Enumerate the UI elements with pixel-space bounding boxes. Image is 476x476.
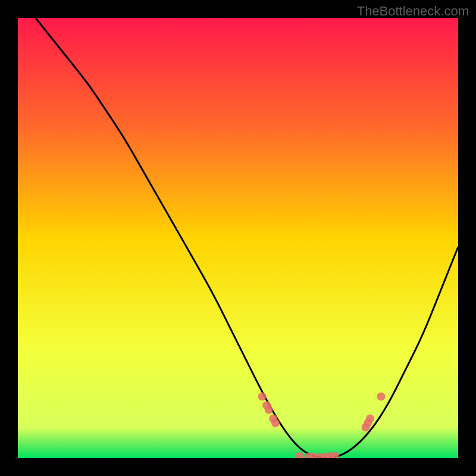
chart-svg — [18, 18, 458, 458]
marker-point — [377, 392, 386, 400]
marker-point — [366, 414, 374, 422]
chart-frame — [18, 18, 458, 458]
watermark-text: TheBottleneck.com — [357, 4, 469, 19]
gradient-background — [18, 18, 458, 458]
marker-point — [258, 392, 267, 400]
marker-point — [271, 419, 280, 427]
marker-point — [265, 406, 273, 414]
